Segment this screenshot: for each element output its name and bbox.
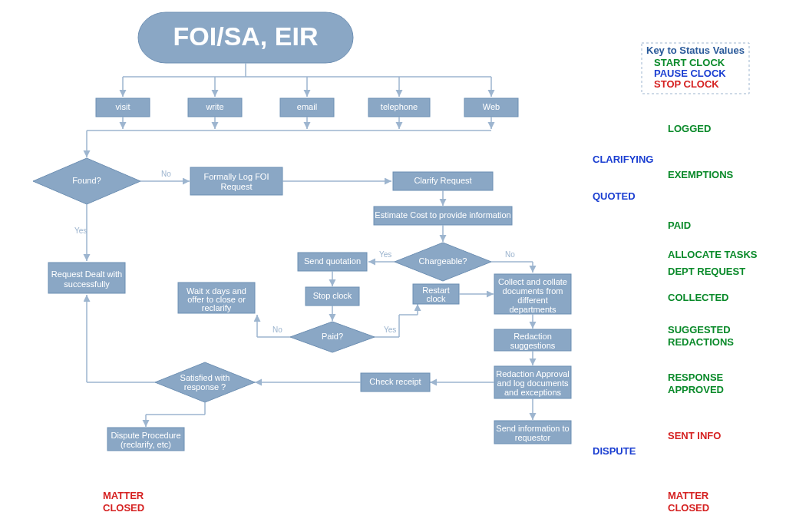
edge-yes-2: Yes — [379, 250, 391, 259]
svg-text:Estimate Cost to provide infor: Estimate Cost to provide information — [375, 210, 510, 220]
svg-text:Send information to: Send information to — [496, 424, 569, 433]
edge-yes-3: Yes — [384, 325, 396, 334]
status-deptreq: DEPT REQUEST — [668, 266, 745, 277]
intake-web: Web — [464, 98, 518, 117]
edge-no-2: No — [505, 250, 515, 259]
svg-text:STOP CLOCK: STOP CLOCK — [654, 78, 719, 90]
svg-text:email: email — [297, 102, 317, 111]
svg-text:Check receipt: Check receipt — [369, 377, 421, 386]
svg-text:Paid?: Paid? — [322, 332, 343, 341]
flowchart: FOI/SA, EIR visit write email telephone … — [0, 0, 786, 532]
svg-text:START CLOCK: START CLOCK — [654, 57, 725, 68]
status-closed2-l: CLOSED — [103, 502, 144, 514]
svg-text:Chargeable?: Chargeable? — [419, 256, 467, 266]
svg-text:Satisfied with: Satisfied with — [180, 373, 230, 382]
decision-paid: Paid? — [290, 322, 375, 352]
svg-text:documents from: documents from — [503, 286, 563, 296]
svg-text:reclarify: reclarify — [202, 303, 232, 312]
node-check: Check receipt — [361, 373, 430, 392]
status-suggested1: SUGGESTED — [668, 324, 731, 335]
svg-text:suggestions: suggestions — [510, 341, 556, 350]
svg-text:Dispute Procedure: Dispute Procedure — [111, 431, 180, 440]
status-quoted: QUOTED — [593, 190, 636, 202]
svg-text:write: write — [205, 102, 223, 111]
node-quote: Send quotation — [298, 253, 367, 271]
status-allocate: ALLOCATE TASKS — [668, 249, 758, 260]
status-dispute: DISPUTE — [593, 445, 636, 457]
status-closed2-r: CLOSED — [668, 502, 709, 514]
status-logged: LOGGED — [668, 123, 711, 134]
svg-text:clock: clock — [426, 294, 446, 303]
svg-text:Found?: Found? — [72, 176, 101, 185]
svg-text:different: different — [517, 296, 548, 305]
svg-text:PAUSE CLOCK: PAUSE CLOCK — [654, 68, 726, 79]
svg-text:departments: departments — [509, 305, 556, 314]
node-stopclock: Stop clock — [305, 287, 359, 306]
svg-text:and log documents: and log documents — [497, 378, 569, 388]
svg-text:successfully: successfully — [64, 279, 110, 289]
status-clarifying: CLARIFYING — [593, 154, 653, 165]
decision-chargeable: Chargeable? — [395, 243, 491, 281]
node-estimate: Estimate Cost to provide information — [374, 207, 512, 225]
edge-no-1: No — [161, 170, 171, 178]
edge-yes-1: Yes — [74, 226, 87, 235]
svg-text:Key to Status Values: Key to Status Values — [646, 45, 745, 56]
status-response2: APPROVED — [668, 384, 724, 395]
title-text: FOI/SA, EIR — [173, 21, 319, 51]
legend-box: Key to Status Values START CLOCK PAUSE C… — [642, 43, 749, 94]
intake-email: email — [280, 98, 334, 117]
svg-text:Send quotation: Send quotation — [304, 256, 361, 266]
svg-text:Clarify Request: Clarify Request — [414, 176, 471, 185]
status-suggested2: REDACTIONS — [668, 336, 734, 348]
svg-text:Web: Web — [483, 102, 500, 111]
intake-telephone: telephone — [368, 98, 430, 117]
svg-text:requestor: requestor — [515, 433, 551, 442]
node-clarify: Clarify Request — [393, 172, 493, 190]
node-dealt: Request Dealt with successfully Request … — [0, 0, 125, 293]
svg-text:Stop clock: Stop clock — [313, 291, 352, 300]
status-paid: PAID — [668, 220, 691, 231]
decision-found: Found? — [33, 158, 140, 204]
svg-text:visit: visit — [116, 102, 130, 111]
svg-text:Formally Log FOI: Formally Log FOI — [204, 172, 269, 181]
svg-text:Request Dealt with: Request Dealt with — [51, 269, 122, 279]
svg-text:Redaction: Redaction — [514, 332, 552, 341]
status-response1: RESPONSE — [668, 372, 724, 383]
intake-write: write — [188, 98, 242, 117]
status-closed1-l: MATTER — [103, 490, 144, 501]
svg-text:Redaction Approval: Redaction Approval — [496, 369, 569, 378]
svg-text:response ?: response ? — [184, 382, 226, 392]
intake-visit: visit — [96, 98, 150, 117]
status-collected: COLLECTED — [668, 292, 728, 303]
status-closed1-r: MATTER — [668, 490, 709, 501]
svg-text:telephone: telephone — [381, 102, 418, 111]
edge-no-3: No — [272, 325, 282, 334]
status-exemptions: EXEMPTIONS — [668, 169, 734, 180]
svg-text:Request: Request — [221, 182, 253, 191]
status-sentinfo: SENT INFO — [668, 430, 721, 441]
svg-text:Collect and collate: Collect and collate — [498, 277, 567, 286]
svg-text:(reclarify, etc): (reclarify, etc) — [121, 440, 171, 449]
svg-text:and exceptions: and exceptions — [504, 388, 561, 397]
